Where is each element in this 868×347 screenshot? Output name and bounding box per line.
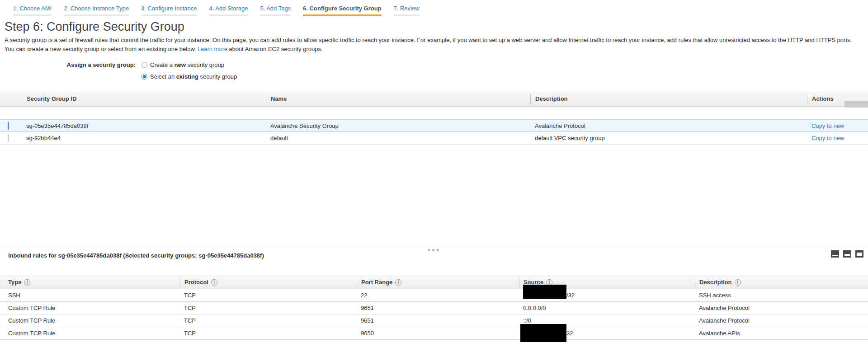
security-group-id: sg-92bb44e4 (22, 135, 266, 141)
security-groups-table: Security Group ID Name Description Actio… (0, 91, 868, 145)
rule-protocol: TCP (180, 305, 357, 311)
view-toggle-large-panel-icon[interactable] (855, 250, 863, 258)
scrollbar-corner (844, 101, 868, 108)
redaction-box (520, 324, 566, 342)
info-icon[interactable]: i (211, 279, 217, 286)
rule-description: Avalanche APIs (695, 330, 868, 337)
drag-dot (437, 249, 439, 251)
inbound-rule-row-custom-tcp-9651-ipv6: Custom TCP Rule TCP 9651 ::/0 Avalanche … (0, 314, 868, 327)
column-header-type: Typei (0, 277, 180, 287)
view-toggle-small-panel-icon[interactable] (831, 250, 839, 258)
radio-selected-icon[interactable] (142, 74, 147, 80)
description-text-after: about Amazon EC2 security groups. (229, 46, 322, 52)
radio-create-new-security-group[interactable]: Create a new security group (142, 61, 224, 68)
tab-add-storage[interactable]: 4. Add Storage (209, 5, 248, 16)
rule-source: 0.0.0.0/0 (519, 305, 695, 311)
tab-choose-ami[interactable]: 1. Choose AMI (13, 5, 52, 16)
rule-port-range: 9651 (357, 305, 519, 311)
radio-label: Select an existing security group (150, 73, 237, 80)
rule-type: Custom TCP Rule (0, 305, 180, 311)
rule-type: Custom TCP Rule (0, 317, 180, 324)
drag-dot (428, 249, 430, 251)
radio-select-existing-security-group[interactable]: Select an existing security group (142, 73, 237, 80)
column-header-protocol: Protocoli (180, 277, 357, 287)
rule-protocol: TCP (180, 317, 357, 324)
info-icon[interactable]: i (395, 279, 401, 286)
page-title: Step 6: Configure Security Group (5, 20, 868, 34)
table-row-default-security-group[interactable]: sg-92bb44e4 default default VPC security… (0, 132, 868, 145)
rule-source: /32 (519, 292, 695, 299)
info-icon[interactable]: i (24, 279, 30, 286)
tab-choose-instance-type[interactable]: 2. Choose Instance Type (64, 5, 129, 16)
rule-port-range: 22 (357, 292, 519, 299)
drag-dot (432, 249, 434, 251)
inbound-rule-row-ssh: SSH TCP 22 /32 SSH access (0, 289, 868, 302)
tab-review[interactable]: 7. Review (394, 5, 420, 16)
rule-port-range: 9650 (357, 330, 519, 337)
tab-add-tags[interactable]: 5. Add Tags (260, 5, 291, 16)
checkbox-unchecked-icon[interactable] (8, 134, 9, 142)
inbound-rule-row-custom-tcp-9651-ipv4: Custom TCP Rule TCP 9651 0.0.0.0/0 Avala… (0, 302, 868, 314)
rule-source: 32 (519, 330, 695, 337)
rule-protocol: TCP (180, 330, 357, 337)
security-group-id: sg-05e35e44785da038f (22, 122, 266, 129)
description-text: A security group is a set of firewall ru… (5, 37, 852, 52)
checkbox-column-header (0, 94, 22, 104)
rule-type: Custom TCP Rule (0, 330, 180, 337)
tab-configure-security-group[interactable]: 6. Configure Security Group (303, 5, 381, 16)
view-toggle-medium-panel-icon[interactable] (843, 250, 851, 258)
rule-description: Avalanche Protocol (695, 317, 868, 324)
column-header-name: Name (266, 94, 530, 104)
column-header-description: Descriptioni (695, 277, 868, 287)
inbound-rules-title: Inbound rules for sg-05e35e44785da038f (… (8, 252, 264, 259)
view-toggle-group (831, 250, 863, 258)
inbound-rule-row-custom-tcp-9650: Custom TCP Rule TCP 9650 32 Avalanche AP… (0, 327, 868, 340)
assign-security-group-section: Assign a security group: Create a new se… (0, 60, 868, 81)
security-group-description: default VPC security group (530, 135, 807, 141)
page-description: A security group is a set of firewall ru… (5, 36, 861, 54)
radio-unselected-icon[interactable] (142, 62, 147, 68)
rule-source: ::/0 (519, 317, 695, 324)
panel-resize-handle[interactable] (428, 249, 439, 251)
security-group-name: Avalanche Security Group (266, 122, 530, 129)
learn-more-link[interactable]: Learn more (198, 46, 227, 52)
copy-to-new-link[interactable]: Copy to new (811, 135, 844, 141)
tab-configure-instance[interactable]: 3. Configure Instance (141, 5, 197, 16)
section-divider (0, 247, 868, 247)
rule-description: Avalanche Protocol (695, 305, 868, 311)
column-header-description: Description (530, 94, 807, 104)
copy-to-new-link[interactable]: Copy to new (811, 122, 844, 129)
rule-protocol: TCP (180, 292, 357, 299)
rule-description: SSH access (695, 292, 868, 299)
inbound-rules-table: Typei Protocoli Port Rangei Sourcei Desc… (0, 276, 868, 340)
security-groups-table-header: Security Group ID Name Description Actio… (0, 91, 868, 107)
checkbox-checked-icon[interactable] (8, 122, 9, 130)
rule-port-range: 9651 (357, 317, 519, 324)
redaction-box (523, 285, 566, 299)
radio-label: Create a new security group (150, 61, 224, 68)
wizard-step-tabs: 1. Choose AMI 2. Choose Instance Type 3.… (0, 0, 868, 16)
table-row-avalanche-security-group[interactable]: sg-05e35e44785da038f Avalanche Security … (0, 119, 868, 132)
security-group-name: default (266, 135, 530, 141)
inbound-rules-table-header: Typei Protocoli Port Rangei Sourcei Desc… (0, 276, 868, 289)
security-group-description: Avalanche Protocol (530, 122, 807, 129)
column-header-port-range: Port Rangei (357, 277, 519, 287)
rule-type: SSH (0, 292, 180, 299)
security-groups-table-body: sg-05e35e44785da038f Avalanche Security … (0, 119, 868, 145)
info-icon[interactable]: i (735, 279, 741, 286)
assign-security-group-label: Assign a security group: (0, 61, 136, 68)
column-header-security-group-id: Security Group ID (22, 94, 266, 104)
